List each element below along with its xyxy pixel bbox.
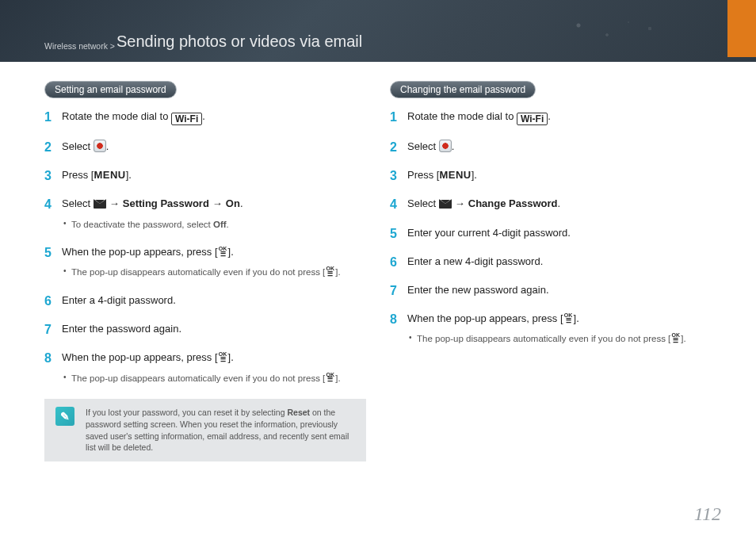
step-text: Enter the new password again. <box>407 284 549 296</box>
arrow-icon: → <box>455 197 465 209</box>
step-number: 3 <box>44 167 52 185</box>
step-number: 8 <box>44 350 52 367</box>
step-7: 7 Enter the password again. <box>44 322 366 336</box>
step-text: Press [ <box>62 169 94 181</box>
sub-bullet: The pop-up disappears automatically even… <box>62 372 366 385</box>
ok-icon <box>218 247 228 257</box>
step-6: 6 Enter a new 4-digit password. <box>390 255 712 269</box>
step-4: 4 Select →Setting Password→On. To deacti… <box>44 197 366 231</box>
step-text: Select <box>407 140 439 152</box>
step-bold: Setting Password <box>123 197 209 209</box>
step-number: 1 <box>390 109 397 126</box>
step-5: 5 When the pop-up appears, press []. The… <box>44 245 366 279</box>
steps-right: 1 Rotate the mode dial to Wi-Fi. 2 Selec… <box>390 109 712 346</box>
step-text: ]. <box>126 169 132 181</box>
step-text: . <box>452 140 455 152</box>
ok-icon <box>218 352 228 362</box>
note-text-a: If you lost your password, you can reset… <box>86 408 287 417</box>
left-column: Setting an email password 1 Rotate the m… <box>44 81 366 461</box>
step-text: . <box>240 197 243 209</box>
step-number: 7 <box>44 321 52 339</box>
step-bold: On <box>226 197 240 209</box>
wifi-icon: Wi-Fi <box>517 113 548 125</box>
step-text: When the pop-up appears, press [ <box>62 246 218 258</box>
sub-bullets: To deactivate the password, select Off. <box>62 218 366 232</box>
step-text: . <box>202 110 205 122</box>
step-text: Select <box>62 140 94 152</box>
step-8: 8 When the pop-up appears, press []. The… <box>390 312 712 346</box>
step-text: ]. <box>472 169 477 181</box>
note-bold: Reset <box>287 408 310 417</box>
sub-bullet: To deactivate the password, select Off. <box>62 218 366 232</box>
sub-bullets: The pop-up disappears automatically even… <box>407 332 712 346</box>
breadcrumb: Wireless network > <box>44 41 115 51</box>
step-3: 3 Press [MENU]. <box>44 168 366 182</box>
note-icon: ✎ <box>55 407 74 426</box>
steps-left: 1 Rotate the mode dial to Wi-Fi. 2 Selec… <box>44 109 366 385</box>
step-text: ]. <box>228 351 234 363</box>
arrow-icon: → <box>212 197 223 209</box>
note-box: ✎ If you lost your password, you can res… <box>44 399 366 461</box>
mail-icon <box>94 199 106 209</box>
step-text: Press [ <box>407 169 439 181</box>
step-1: 1 Rotate the mode dial to Wi-Fi. <box>44 109 366 125</box>
sub-text: The pop-up disappears automatically even… <box>71 267 325 277</box>
section-title-left: Setting an email password <box>44 81 177 98</box>
sub-text: ]. <box>681 334 685 343</box>
ok-icon <box>325 373 335 383</box>
step-text: Enter your current 4-digit password. <box>407 227 571 239</box>
step-text: When the pop-up appears, press [ <box>62 351 218 363</box>
step-number: 7 <box>390 282 397 300</box>
step-number: 5 <box>44 244 52 262</box>
sub-text: ]. <box>335 267 340 277</box>
step-5: 5 Enter your current 4-digit password. <box>390 226 712 240</box>
menu-label: MENU <box>94 169 125 181</box>
step-bold: Change Password <box>468 197 558 209</box>
step-text: When the pop-up appears, press [ <box>407 312 563 324</box>
sub-bullet: The pop-up disappears automatically even… <box>407 332 712 346</box>
step-7: 7 Enter the new password again. <box>390 283 712 297</box>
step-number: 4 <box>390 196 397 213</box>
step-8: 8 When the pop-up appears, press []. The… <box>44 350 366 385</box>
step-text: Enter a new 4-digit password. <box>407 255 543 267</box>
step-number: 1 <box>44 109 52 126</box>
step-text: Enter a 4-digit password. <box>62 294 176 306</box>
step-text: ]. <box>574 312 579 324</box>
step-number: 8 <box>390 311 397 328</box>
mail-icon <box>439 199 452 209</box>
side-tab <box>727 0 756 57</box>
step-number: 3 <box>390 167 397 185</box>
step-1: 1 Rotate the mode dial to Wi-Fi. <box>390 109 712 125</box>
step-number: 4 <box>44 196 52 213</box>
step-6: 6 Enter a 4-digit password. <box>44 293 366 308</box>
content-area: Setting an email password 1 Rotate the m… <box>0 62 756 461</box>
sub-bullets: The pop-up disappears automatically even… <box>62 266 366 279</box>
step-number: 2 <box>390 139 397 156</box>
step-text: Select <box>407 197 439 209</box>
step-text: . <box>106 140 109 152</box>
step-text: Enter the password again. <box>62 323 181 335</box>
step-text: . <box>557 197 560 209</box>
sub-bullet: The pop-up disappears automatically even… <box>62 266 366 279</box>
ok-icon <box>563 313 574 324</box>
sub-text: To deactivate the password, select <box>71 220 213 229</box>
note-text: If you lost your password, you can reset… <box>86 407 355 454</box>
sub-text: ]. <box>335 373 340 383</box>
page-title: Sending photos or videos via email <box>116 33 362 51</box>
step-text: ]. <box>228 246 234 258</box>
step-text: . <box>548 110 551 122</box>
arrow-icon: → <box>109 197 120 209</box>
at-icon <box>94 140 106 152</box>
sub-text: . <box>227 220 229 229</box>
sub-bullets: The pop-up disappears automatically even… <box>62 372 366 385</box>
step-text: Rotate the mode dial to <box>407 110 517 122</box>
page-number: 112 <box>694 503 721 525</box>
step-2: 2 Select . <box>390 140 712 154</box>
sub-text: The pop-up disappears automatically even… <box>417 334 670 343</box>
step-number: 5 <box>390 225 397 243</box>
sub-text: The pop-up disappears automatically even… <box>71 373 325 383</box>
step-number: 2 <box>44 139 52 156</box>
step-text: Rotate the mode dial to <box>62 110 171 122</box>
ok-icon <box>670 333 681 343</box>
step-number: 6 <box>44 293 52 310</box>
